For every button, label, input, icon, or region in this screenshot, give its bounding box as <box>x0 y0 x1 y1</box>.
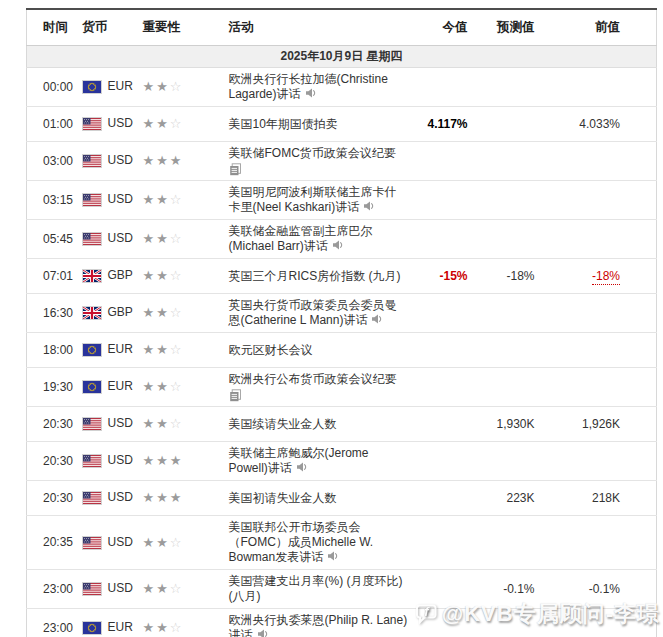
currency-flag-icon <box>83 118 101 130</box>
event-title-text: 欧元区财长会议 <box>229 343 313 357</box>
event-currency: EUR <box>83 368 143 407</box>
speaker-icon[interactable] <box>296 461 309 473</box>
currency-code: USD <box>108 116 133 130</box>
currency-code: USD <box>108 416 133 430</box>
importance-rating: ★★☆ <box>143 68 205 107</box>
event-row[interactable]: 00:00 EUR ★★☆ 欧洲央行行长拉加德(Christine Lagard… <box>27 68 657 107</box>
currency-flag-icon <box>83 622 101 634</box>
date-separator-row: 2025年10月9日 星期四 <box>27 46 657 68</box>
currency-flag-icon <box>83 537 101 549</box>
event-title: 美国初请失业金人数 <box>205 481 414 516</box>
event-row[interactable]: 05:45 USD ★★☆ 美联储金融监管副主席巴尔(Michael Barr)… <box>27 220 657 259</box>
currency-code: EUR <box>108 379 133 393</box>
event-row[interactable]: 20:30 USD ★★☆ 美国续请失业金人数 1,930K 1,926K <box>27 407 657 442</box>
event-title: 美联储金融监管副主席巴尔(Michael Barr)讲话 <box>205 220 414 259</box>
actual-value: 4.117% <box>414 107 468 142</box>
currency-code: GBP <box>108 305 133 319</box>
event-title-text: 英国央行货币政策委员会委员曼恩(Catherine L Mann)讲话 <box>229 298 397 327</box>
event-title: 美联储主席鲍威尔(Jerome Powell)讲话 <box>205 442 414 481</box>
event-title-text: 美国联邦公开市场委员会（FOMC）成员Michelle W. Bowman发表讲… <box>229 520 374 564</box>
actual-value <box>414 220 468 259</box>
event-time: 23:00 <box>27 609 83 637</box>
importance-rating: ★★☆ <box>143 407 205 442</box>
currency-code: EUR <box>108 342 133 356</box>
star-filled-icon: ★ <box>143 79 157 94</box>
star-filled-icon: ★ <box>143 620 157 635</box>
event-time: 20:30 <box>27 407 83 442</box>
event-row[interactable]: 20:30 USD ★★★ 美联储主席鲍威尔(Jerome Powell)讲话 <box>27 442 657 481</box>
forecast-value <box>468 368 535 407</box>
document-icon[interactable] <box>229 389 408 402</box>
previous-value <box>535 181 657 220</box>
event-row[interactable]: 03:15 USD ★★☆ 美国明尼阿波利斯联储主席卡什卡里(Neel Kash… <box>27 181 657 220</box>
actual-value <box>414 516 468 570</box>
star-empty-icon: ☆ <box>170 416 184 431</box>
star-empty-icon: ☆ <box>170 116 184 131</box>
event-row[interactable]: 23:00 USD ★★☆ 美国营建支出月率(%) (月度环比) (八月) -0… <box>27 570 657 609</box>
speaker-icon[interactable] <box>305 87 318 99</box>
event-currency: USD <box>83 407 143 442</box>
importance-rating: ★★☆ <box>143 570 205 609</box>
forecast-value: -18% <box>468 259 535 294</box>
event-time: 20:30 <box>27 442 83 481</box>
column-header-currency: 货币 <box>83 9 143 46</box>
event-row[interactable]: 23:00 EUR ★★☆ 欧洲央行执委莱恩(Philip R. Lane)讲话 <box>27 609 657 637</box>
event-currency: USD <box>83 442 143 481</box>
currency-flag-icon <box>83 344 101 356</box>
star-filled-icon: ★ <box>156 153 170 168</box>
actual-value <box>414 333 468 368</box>
event-currency: USD <box>83 220 143 259</box>
column-header-forecast: 预测值 <box>468 9 535 46</box>
previous-value <box>535 442 657 481</box>
date-header: 2025年10月9日 星期四 <box>27 46 657 68</box>
star-filled-icon: ★ <box>143 153 157 168</box>
event-currency: EUR <box>83 333 143 368</box>
previous-value: 4.033% <box>535 107 657 142</box>
star-filled-icon: ★ <box>156 192 170 207</box>
previous-value <box>535 294 657 333</box>
currency-flag-icon <box>83 583 101 595</box>
event-row[interactable]: 18:00 EUR ★★☆ 欧元区财长会议 <box>27 333 657 368</box>
actual-value <box>414 294 468 333</box>
event-currency: USD <box>83 142 143 181</box>
forecast-value <box>468 181 535 220</box>
star-filled-icon: ★ <box>143 231 157 246</box>
event-title-text: 美联储金融监管副主席巴尔(Michael Barr)讲话 <box>229 224 373 253</box>
event-title: 欧洲央行公布货币政策会议纪要 <box>205 368 414 407</box>
event-row[interactable]: 20:30 USD ★★★ 美国初请失业金人数 223K 218K <box>27 481 657 516</box>
star-filled-icon: ★ <box>143 535 157 550</box>
star-filled-icon: ★ <box>143 192 157 207</box>
previous-value: 1,926K <box>535 407 657 442</box>
forecast-value <box>468 609 535 637</box>
event-title: 美国10年期国债拍卖 <box>205 107 414 142</box>
currency-flag-icon <box>83 81 101 93</box>
forecast-value <box>468 294 535 333</box>
event-row[interactable]: 01:00 USD ★★☆ 美国10年期国债拍卖 4.117% 4.033% <box>27 107 657 142</box>
event-row[interactable]: 20:35 USD ★★☆ 美国联邦公开市场委员会（FOMC）成员Michell… <box>27 516 657 570</box>
star-empty-icon: ☆ <box>170 342 184 357</box>
currency-flag-icon <box>83 455 101 467</box>
economic-calendar-table: 时间 货币 重要性 活动 今值 预测值 前值 2025年10月9日 星期四 00… <box>26 8 657 637</box>
currency-code: USD <box>108 453 133 467</box>
event-title: 美国联邦公开市场委员会（FOMC）成员Michelle W. Bowman发表讲… <box>205 516 414 570</box>
event-currency: EUR <box>83 68 143 107</box>
speaker-icon[interactable] <box>363 200 376 212</box>
event-time: 23:00 <box>27 570 83 609</box>
currency-flag-icon <box>83 307 101 319</box>
forecast-value <box>468 516 535 570</box>
speaker-icon[interactable] <box>332 239 345 251</box>
event-row[interactable]: 19:30 EUR ★★☆ 欧洲央行公布货币政策会议纪要 <box>27 368 657 407</box>
document-icon[interactable] <box>229 163 408 176</box>
event-row[interactable]: 07:01 GBP ★★☆ 英国三个月RICS房价指数 (九月) -15% -1… <box>27 259 657 294</box>
header-row: 时间 货币 重要性 活动 今值 预测值 前值 <box>27 9 657 46</box>
event-row[interactable]: 16:30 GBP ★★☆ 英国央行货币政策委员会委员曼恩(Catherine … <box>27 294 657 333</box>
speaker-icon[interactable] <box>257 628 270 637</box>
event-currency: USD <box>83 516 143 570</box>
currency-code: EUR <box>108 620 133 634</box>
star-empty-icon: ☆ <box>170 268 184 283</box>
speaker-icon[interactable] <box>327 550 340 562</box>
previous-value <box>535 368 657 407</box>
star-filled-icon: ★ <box>170 490 184 505</box>
speaker-icon[interactable] <box>371 313 384 325</box>
event-row[interactable]: 03:00 USD ★★★ 美联储FOMC货币政策会议纪要 <box>27 142 657 181</box>
